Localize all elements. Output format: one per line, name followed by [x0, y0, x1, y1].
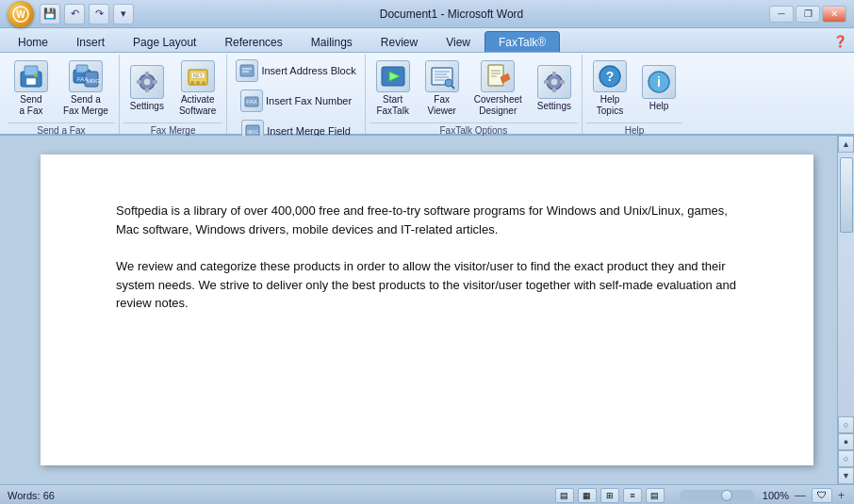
- customize-qat-button[interactable]: ▾: [113, 4, 134, 24]
- zoom-thumb[interactable]: [721, 490, 732, 501]
- tab-insert[interactable]: Insert: [62, 31, 119, 52]
- svg-point-22: [202, 81, 205, 85]
- quick-access-toolbar: 💾 ↶ ↷ ▾: [40, 4, 134, 24]
- ribbon-group-help: ? HelpTopics i Help Help: [583, 55, 686, 134]
- security-button[interactable]: 🛡: [812, 488, 832, 503]
- start-faxtalk-label: StartFaxTalk: [376, 94, 408, 117]
- title-bar: W 💾 ↶ ↷ ▾ Document1 - Microsoft Word ─ ❐…: [0, 0, 854, 28]
- start-faxtalk-button[interactable]: StartFaxTalk: [370, 57, 417, 121]
- scroll-down-button[interactable]: ▼: [838, 467, 854, 484]
- tab-pagelayout[interactable]: Page Layout: [119, 31, 210, 52]
- help-topics-button[interactable]: ? HelpTopics: [586, 57, 633, 121]
- draft-button[interactable]: ▤: [646, 488, 665, 503]
- svg-rect-4: [26, 78, 36, 85]
- svg-rect-14: [145, 88, 149, 92]
- scroll-thumb[interactable]: [840, 157, 853, 233]
- tab-faxtalk[interactable]: FaxTalk®: [484, 31, 560, 52]
- document-page[interactable]: Softpedia is a library of over 400,000 f…: [41, 154, 813, 465]
- status-right: ▤ ▦ ⊞ ≡ ▤ 100% — 🛡 +: [555, 488, 846, 503]
- title-bar-left: W 💾 ↶ ↷ ▾: [8, 1, 134, 27]
- scroll-select-browse-button[interactable]: ●: [838, 433, 854, 450]
- paragraph-1[interactable]: Softpedia is a library of over 400,000 f…: [116, 202, 738, 238]
- main-document-area: Softpedia is a library of over 400,000 f…: [0, 136, 854, 484]
- minimize-button[interactable]: ─: [769, 6, 794, 23]
- scroll-prev-button[interactable]: ○: [838, 416, 854, 433]
- ribbon-group-faxtalk-options: StartFaxTalk FaxViewer: [366, 55, 583, 134]
- insert-address-button[interactable]: Insert Address Block: [231, 57, 360, 85]
- help-button[interactable]: i Help: [635, 57, 682, 121]
- zoom-increase-button[interactable]: +: [838, 489, 845, 502]
- zoom-slider[interactable]: [680, 490, 755, 501]
- print-layout-button[interactable]: ▤: [555, 488, 574, 503]
- svg-rect-47: [552, 88, 556, 92]
- send-fax-merge-icon: FAX MRG: [69, 60, 103, 92]
- svg-point-20: [190, 81, 194, 85]
- svg-text:W: W: [16, 9, 25, 20]
- coversheet-designer-button[interactable]: CoversheetDesigner: [468, 57, 529, 121]
- tab-references[interactable]: References: [210, 31, 296, 52]
- scroll-next-button[interactable]: ○: [838, 450, 854, 467]
- faxtalk-options-buttons: StartFaxTalk FaxViewer: [370, 57, 578, 121]
- insert-address-icon: [236, 59, 258, 82]
- send-fax-merge-button[interactable]: FAX MRG Send aFax Merge: [57, 57, 115, 121]
- redo-qat-button[interactable]: ↷: [89, 4, 109, 24]
- status-bar: Words: 66 ▤ ▦ ⊞ ≡ ▤ 100% — 🛡 +: [0, 484, 854, 504]
- send-fax-merge-label: Send aFax Merge: [63, 94, 108, 117]
- svg-point-5: [34, 73, 38, 77]
- ribbon-tabs: Home Insert Page Layout References Maili…: [0, 28, 854, 53]
- settings-ft-label: Settings: [537, 101, 571, 112]
- svg-text:MRG: MRG: [247, 129, 258, 135]
- zoom-level: 100%: [763, 490, 789, 501]
- fax-viewer-icon: [425, 60, 459, 92]
- svg-text:KEY: KEY: [193, 73, 204, 78]
- web-layout-button[interactable]: ⊞: [600, 488, 619, 503]
- close-button[interactable]: ✕: [822, 6, 846, 23]
- office-orb[interactable]: W: [8, 1, 34, 27]
- help-icon: i: [642, 65, 676, 99]
- save-qat-button[interactable]: 💾: [40, 4, 60, 24]
- settings-ft-button[interactable]: Settings: [531, 57, 578, 121]
- send-a-fax-button[interactable]: Senda Fax: [8, 57, 55, 121]
- svg-rect-16: [153, 80, 157, 84]
- svg-rect-49: [560, 80, 565, 84]
- svg-point-21: [196, 81, 200, 85]
- svg-rect-23: [240, 65, 254, 76]
- window-controls: ─ ❐ ✕: [769, 6, 846, 23]
- help-topics-icon: ?: [593, 60, 627, 92]
- fax-viewer-button[interactable]: FaxViewer: [419, 57, 466, 121]
- window-title: Document1 - Microsoft Word: [134, 8, 769, 21]
- svg-text:?: ?: [606, 69, 615, 84]
- ribbon-help-icon[interactable]: ❓: [829, 31, 850, 52]
- send-fax-buttons: Senda Fax FAX MRG Send aFax Merge: [8, 57, 115, 121]
- help-topics-label: HelpTopics: [597, 94, 623, 117]
- tab-view[interactable]: View: [432, 31, 484, 52]
- insert-fax-button[interactable]: FAX Insert Fax Number: [236, 87, 356, 115]
- svg-text:FAX: FAX: [246, 99, 256, 105]
- svg-text:i: i: [657, 74, 661, 89]
- paragraph-2[interactable]: We review and categorize these products …: [116, 257, 738, 313]
- insert-fax-label: Insert Fax Number: [266, 95, 352, 106]
- undo-qat-button[interactable]: ↶: [64, 4, 85, 24]
- svg-text:MRG: MRG: [87, 78, 100, 84]
- ribbon-group-merge-macro: Insert Address Block FAX Insert Fax Numb…: [227, 55, 365, 134]
- scroll-track[interactable]: [838, 153, 854, 416]
- restore-button[interactable]: ❐: [796, 6, 820, 23]
- scroll-up-button[interactable]: ▲: [838, 136, 854, 153]
- tab-home[interactable]: Home: [4, 31, 62, 52]
- insert-fax-icon: FAX: [240, 89, 263, 112]
- svg-line-38: [452, 86, 454, 89]
- activate-software-button[interactable]: KEY ActivateSoftware: [172, 57, 222, 121]
- svg-point-37: [445, 79, 452, 87]
- help-label: Help: [649, 101, 669, 112]
- full-reading-button[interactable]: ▦: [578, 488, 597, 503]
- word-count[interactable]: Words: 66: [8, 490, 55, 501]
- vertical-scrollbar[interactable]: ▲ ○ ● ○ ▼: [837, 136, 854, 484]
- ribbon-group-send-fax: Senda Fax FAX MRG Send aFax Merge Send a…: [4, 55, 120, 134]
- settings-merge-button[interactable]: Settings: [123, 57, 171, 121]
- tab-mailings[interactable]: Mailings: [297, 31, 367, 52]
- zoom-decrease-button[interactable]: —: [795, 489, 806, 502]
- outline-button[interactable]: ≡: [623, 488, 642, 503]
- tab-review[interactable]: Review: [367, 31, 432, 52]
- settings-merge-icon: [130, 65, 164, 99]
- svg-rect-15: [137, 80, 141, 84]
